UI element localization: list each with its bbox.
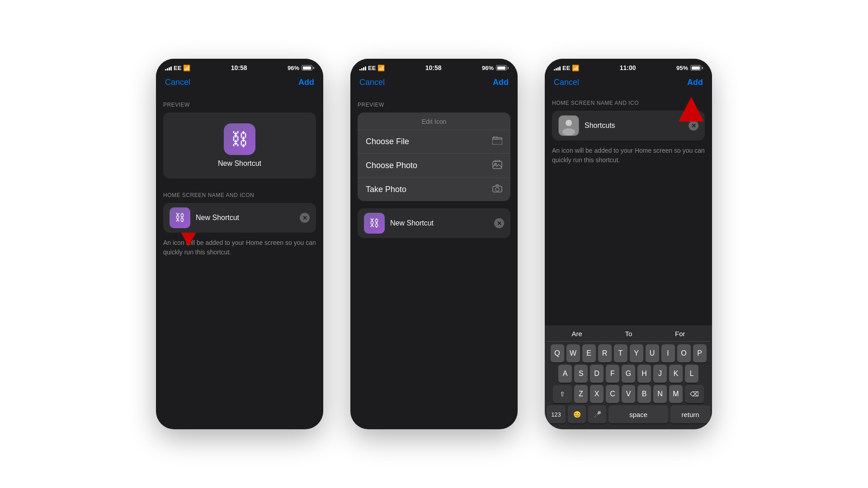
add-button-1[interactable]: Add [298,78,314,87]
time-2: 10:58 [425,64,442,71]
shortcut-symbol-1: ⛓ [231,131,248,148]
icon-row-1[interactable]: ⛓ New Shortcut ✕ [163,203,316,233]
key-t[interactable]: T [614,344,627,362]
key-k[interactable]: K [669,365,683,383]
status-bar-2: EE 📶 10:58 96% [350,59,518,74]
add-button-2[interactable]: Add [493,78,509,87]
battery-body-3 [690,65,701,70]
icon-name-2: New Shortcut [390,219,489,227]
nav-bar-1: Cancel Add [156,74,323,93]
battery-pct-3: 95% [676,65,688,71]
cancel-button-2[interactable]: Cancel [359,78,385,87]
key-mic[interactable]: 🎤 [588,405,606,423]
choose-photo-item[interactable]: Choose Photo [358,154,510,178]
key-z[interactable]: Z [574,385,588,403]
suggestion-are[interactable]: Are [571,330,582,338]
key-u[interactable]: U [646,344,659,362]
status-right: 96% [288,65,314,71]
key-emoji[interactable]: 😊 [568,405,586,423]
key-w[interactable]: W [566,344,580,362]
bar3 [557,67,559,70]
key-i[interactable]: I [661,344,675,362]
battery-fill-3 [692,66,700,70]
signal-bars [165,66,172,70]
status-right-2: 96% [482,65,509,71]
key-p[interactable]: P [693,344,707,362]
shortcut-icon-small-1[interactable]: ⛓ [170,207,190,228]
cancel-button-3[interactable]: Cancel [554,78,579,87]
bar2 [556,68,557,70]
status-bar-1: EE 📶 10:58 96% [156,59,323,74]
home-screen-bottom-2: ⛓ New Shortcut ✕ [358,208,510,238]
status-bar-3: EE 📶 11:00 95% [545,59,712,74]
take-photo-label: Take Photo [366,185,406,194]
key-n[interactable]: N [653,385,667,403]
clear-btn-1[interactable]: ✕ [300,213,310,223]
clear-btn-3[interactable]: ✕ [689,121,698,131]
key-j[interactable]: J [653,365,667,383]
bar2 [361,68,363,70]
svg-point-6 [566,120,572,126]
wifi-icon-2: 📶 [377,65,385,71]
key-q[interactable]: Q [551,344,564,362]
battery-pct-2: 96% [482,65,494,71]
icon-name-3[interactable]: Shortcuts [585,122,683,130]
key-b[interactable]: B [637,385,651,403]
key-x[interactable]: X [590,385,604,403]
key-c[interactable]: C [606,385,619,403]
carrier-3: EE [562,65,570,71]
bar4 [559,66,561,70]
key-return[interactable]: return [670,405,710,423]
key-a[interactable]: A [558,365,572,383]
phone-2: EE 📶 10:58 96% Cancel Add PREVIEW Edit I… [350,59,518,429]
shortcut-icon-small-2[interactable]: ⛓ [364,213,385,234]
key-m[interactable]: M [669,385,683,403]
battery-tip-2 [508,67,509,69]
signal-bars-3 [554,66,561,70]
content-2: PREVIEW Edit Icon Choose File Choose Pho… [350,93,518,429]
preview-label-2: PREVIEW [358,102,510,108]
time-3: 11:00 [620,64,636,71]
cancel-button-1[interactable]: Cancel [165,78,190,87]
status-right-3: 95% [676,65,703,71]
key-d[interactable]: D [590,365,604,383]
shortcut-sym-sm-2: ⛓ [369,217,379,229]
nav-bar-3: Cancel Add [545,74,712,93]
keyboard-row-4: 123 😊 🎤 space return [547,405,710,423]
suggestion-for[interactable]: For [675,330,685,338]
key-o[interactable]: O [677,344,691,362]
clear-btn-2[interactable]: ✕ [494,218,504,228]
key-g[interactable]: G [622,365,635,383]
key-e[interactable]: E [582,344,596,362]
edit-icon-sheet: Edit Icon Choose File Choose Photo [358,113,510,201]
shift-key[interactable]: ⇧ [553,385,572,403]
battery-fill-2 [497,66,505,70]
key-s[interactable]: S [574,365,588,383]
key-123[interactable]: 123 [547,405,566,423]
add-button-3[interactable]: Add [687,78,703,87]
preview-name-1: New Shortcut [218,160,261,168]
keyboard-suggestions: Are To For [547,328,710,342]
keyboard-row-2: A S D F G H J K L [547,365,710,383]
key-r[interactable]: R [598,344,612,362]
shortcut-sym-sm-1: ⛓ [175,212,185,224]
custom-icon-3[interactable] [558,115,579,136]
bar4 [170,66,172,70]
key-h[interactable]: H [637,365,651,383]
key-space[interactable]: space [609,405,668,423]
suggestion-to[interactable]: To [625,330,632,338]
battery-tip [313,67,314,69]
carrier: EE [174,65,181,71]
key-f[interactable]: F [606,365,619,383]
delete-key[interactable]: ⌫ [685,385,704,403]
icon-row-2[interactable]: ⛓ New Shortcut ✕ [358,208,510,238]
bar4 [365,66,366,70]
key-l[interactable]: L [685,365,698,383]
shortcut-icon-large-1[interactable]: ⛓ [224,123,255,155]
take-photo-item[interactable]: Take Photo [358,178,510,201]
choose-file-item[interactable]: Choose File [358,130,510,154]
key-y[interactable]: Y [630,344,643,362]
key-v[interactable]: V [622,385,635,403]
content-3: HOME SCREEN NAME AND ICO Shortcuts ✕ An … [545,93,712,429]
battery-body [302,65,312,70]
